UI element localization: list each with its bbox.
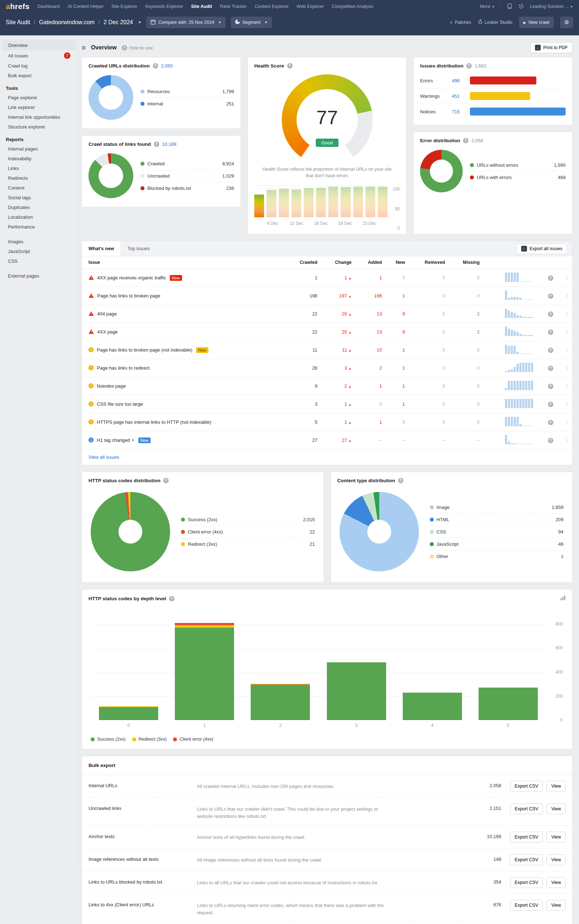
issue-label-link[interactable]: H1 tag changed	[97, 437, 130, 443]
sidebar-item-external-pages[interactable]: External pages	[2, 271, 76, 281]
issue-help-icon[interactable]: ?	[548, 366, 553, 371]
settings-gear-button[interactable]: ⚙	[560, 16, 573, 28]
trend-bar[interactable]	[279, 189, 289, 217]
sidebar-item-internal-pages[interactable]: Internal pages	[2, 144, 76, 154]
sidebar-item-duplicates[interactable]: Duplicates	[2, 202, 76, 212]
trend-bar[interactable]	[254, 194, 264, 217]
trend-bar[interactable]	[378, 187, 388, 217]
issue-label-link[interactable]: CSS file size too large	[97, 401, 143, 407]
issue-help-icon[interactable]: ?	[548, 347, 553, 353]
sidebar-toggle-icon[interactable]: ≡	[82, 44, 86, 51]
row-menu-icon[interactable]: ⋮	[564, 295, 569, 297]
row-menu-icon[interactable]: ⋮	[564, 404, 569, 405]
view-button[interactable]: View	[546, 900, 566, 911]
issue-help-icon[interactable]: ?	[548, 438, 553, 443]
issues-severity-count-link[interactable]: 496	[452, 78, 466, 83]
crawl-status-total-link[interactable]: 10,189	[162, 142, 177, 147]
row-menu-icon[interactable]: ⋮	[564, 349, 569, 351]
trend-bar[interactable]	[316, 188, 326, 217]
account-menu[interactable]: Leading Solution ...▼	[530, 4, 573, 9]
sidebar-item-content[interactable]: Content	[2, 183, 76, 193]
issue-label-link[interactable]: Page has links to broken page (not index…	[97, 347, 193, 353]
sidebar-item-page-explorer[interactable]: Page explorer	[2, 93, 76, 103]
depth-bar-column[interactable]	[394, 693, 470, 720]
tab-top-issues[interactable]: Top issues	[121, 241, 156, 256]
usage-credits-icon[interactable]	[518, 3, 524, 10]
issue-label-link[interactable]: Page has links to broken page	[97, 293, 160, 298]
issues-severity-count-link[interactable]: 451	[452, 93, 466, 99]
help-icon[interactable]: ?	[398, 478, 404, 483]
issue-help-icon[interactable]: ?	[548, 293, 553, 299]
how-to-use-link[interactable]: ?How to use	[122, 45, 153, 51]
issue-help-icon[interactable]: ?	[548, 402, 553, 407]
help-icon[interactable]: ?	[153, 63, 158, 68]
sidebar-item-link-explorer[interactable]: Link explorer	[2, 103, 76, 112]
breadcrumb-crawl-date[interactable]: 2 Dec 2024	[103, 19, 133, 26]
issue-label-link[interactable]: Noindex page	[97, 383, 126, 389]
issue-help-icon[interactable]: ?	[548, 329, 553, 335]
trend-bar[interactable]	[340, 187, 350, 218]
column-header-crawled[interactable]: Crawled	[285, 256, 321, 269]
nav-item-dashboard[interactable]: Dashboard	[38, 4, 60, 9]
nav-item-content-explorer[interactable]: Content Explorer	[255, 4, 289, 9]
print-to-pdf-button[interactable]: ↓ Print to PDF	[530, 42, 572, 53]
issue-help-icon[interactable]: ?	[548, 420, 553, 425]
help-icon[interactable]: ?	[287, 63, 293, 68]
export-csv-button[interactable]: Export CSV	[510, 854, 543, 865]
view-button[interactable]: View	[546, 832, 566, 843]
row-menu-icon[interactable]: ⋮	[564, 331, 569, 333]
ahrefs-logo[interactable]: ahrefs	[6, 2, 29, 11]
view-button[interactable]: View	[546, 877, 566, 888]
sidebar-item-social-tags[interactable]: Social tags	[2, 193, 76, 202]
row-menu-icon[interactable]: ⋮	[564, 386, 569, 387]
row-menu-icon[interactable]: ⋮	[564, 313, 569, 315]
devices-icon[interactable]	[507, 3, 512, 10]
sidebar-item-all-issues[interactable]: All Issues7	[2, 50, 76, 61]
view-button[interactable]: View	[546, 854, 566, 865]
view-button[interactable]: View	[546, 781, 566, 792]
issue-label-link[interactable]: 4XX page	[97, 329, 118, 334]
column-header-added[interactable]: Added	[354, 256, 385, 269]
nav-item-competitive-analysis[interactable]: Competitive Analysis	[332, 4, 373, 9]
trend-bar[interactable]	[291, 189, 301, 217]
trend-bar[interactable]	[366, 187, 375, 217]
bar-chart-toggle-icon[interactable]	[560, 595, 566, 602]
help-icon[interactable]: ?	[169, 596, 175, 601]
sidebar-item-crawl-log[interactable]: Crawl log	[2, 61, 76, 71]
new-crawl-button[interactable]: ▶New crawl	[519, 16, 554, 28]
export-all-issues-button[interactable]: ↓ Export all issues	[517, 243, 567, 254]
sidebar-item-indexability[interactable]: Indexability	[2, 154, 76, 163]
trend-bar[interactable]	[353, 187, 363, 217]
nav-item-keywords-explorer[interactable]: Keywords Explorer	[145, 4, 183, 9]
export-csv-button[interactable]: Export CSV	[510, 877, 543, 888]
sidebar-item-javascript[interactable]: JavaScript	[2, 246, 76, 256]
depth-bar-column[interactable]	[167, 623, 242, 720]
export-csv-button[interactable]: Export CSV	[510, 803, 543, 814]
sidebar-item-internal-link-opportunities[interactable]: Internal link opportunities	[2, 112, 76, 122]
row-menu-icon[interactable]: ⋮	[564, 277, 569, 279]
row-menu-icon[interactable]: ⋮	[564, 422, 569, 424]
patches-link[interactable]: ⚡Patches	[450, 20, 471, 25]
export-csv-button[interactable]: Export CSV	[510, 900, 543, 911]
help-icon[interactable]: ?	[466, 63, 472, 68]
segment-button[interactable]: Segment▼	[231, 16, 272, 28]
nav-more[interactable]: More▼	[480, 4, 495, 9]
sidebar-item-redirects[interactable]: Redirects	[2, 173, 76, 183]
column-header-change[interactable]: Change	[321, 256, 355, 269]
crawled-urls-total-link[interactable]: 2,050	[161, 63, 173, 68]
export-csv-button[interactable]: Export CSV	[510, 832, 543, 843]
sidebar-item-css[interactable]: CSS	[2, 256, 76, 266]
breadcrumb-project[interactable]: Gatedoorwindow.com	[39, 19, 95, 26]
issue-label-link[interactable]: Page has links to redirect	[97, 365, 149, 371]
column-header-new[interactable]: New	[385, 256, 408, 269]
tab-whats-new[interactable]: What's new	[82, 241, 121, 256]
help-icon[interactable]: ?	[463, 138, 468, 143]
sidebar-item-images[interactable]: Images	[2, 237, 76, 246]
column-header-issue[interactable]: Issue	[82, 256, 285, 269]
sidebar-item-bulk-export[interactable]: Bulk export	[2, 71, 76, 80]
sidebar-item-localization[interactable]: Localization	[2, 212, 76, 222]
row-menu-icon[interactable]: ⋮	[564, 367, 569, 369]
depth-bar-column[interactable]	[91, 706, 167, 720]
looker-studio-link[interactable]: Looker Studio	[478, 19, 512, 26]
trend-bar[interactable]	[328, 187, 338, 217]
